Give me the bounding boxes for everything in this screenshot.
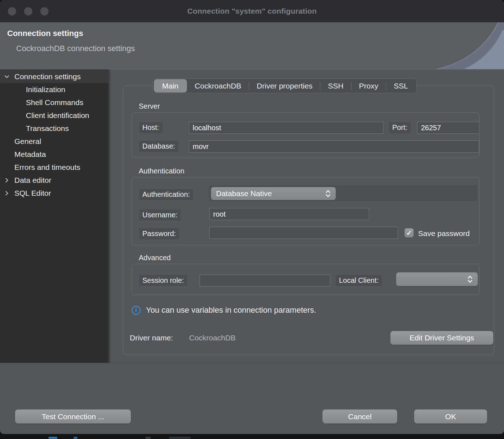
driver-row: Driver name: CockroachDB Edit Driver Set… bbox=[132, 331, 487, 345]
tree-item-label: Shell Commands bbox=[26, 98, 83, 107]
username-input[interactable] bbox=[209, 208, 369, 220]
updown-chevron-icon bbox=[467, 275, 473, 284]
tab-ssh[interactable]: SSH bbox=[320, 79, 351, 93]
tree-item-shell-commands[interactable]: Shell Commands bbox=[0, 96, 109, 109]
info-row: i You can use variables in connection pa… bbox=[132, 305, 494, 315]
window-title: Connection "system" configuration bbox=[0, 7, 504, 15]
save-password-label: Save password bbox=[418, 229, 470, 237]
tree-item-general[interactable]: General bbox=[0, 135, 109, 148]
password-label: Password: bbox=[139, 228, 179, 239]
advanced-section-title: Advanced bbox=[139, 254, 494, 262]
driver-name-label: Driver name: bbox=[130, 334, 173, 342]
server-group: Host: Port: Database: bbox=[132, 112, 480, 158]
advanced-group: Session role: Local Client: bbox=[132, 264, 480, 295]
tree-item-label: Connection settings bbox=[14, 72, 81, 81]
test-connection-button[interactable]: Test Connection ... bbox=[15, 409, 131, 424]
tree-item-label: Client identification bbox=[26, 111, 89, 120]
tab-ssl[interactable]: SSL bbox=[386, 79, 416, 93]
session-role-input[interactable] bbox=[200, 275, 330, 286]
edit-driver-settings-button[interactable]: Edit Driver Settings bbox=[390, 331, 493, 345]
chevron-right-icon[interactable] bbox=[4, 191, 9, 196]
tab-main[interactable]: Main bbox=[154, 79, 187, 92]
tree-item-label: Initialization bbox=[26, 85, 65, 94]
username-label: Username: bbox=[139, 209, 181, 221]
dialog-body: Connection settings Initialization Shell… bbox=[0, 69, 504, 363]
chevron-right-icon[interactable] bbox=[4, 178, 9, 183]
chevron-down-icon[interactable] bbox=[4, 74, 9, 79]
database-input[interactable] bbox=[189, 140, 479, 153]
host-label: Host: bbox=[139, 122, 162, 133]
background-window-fragment bbox=[74, 437, 77, 439]
tree-item-data-editor[interactable]: Data editor bbox=[0, 174, 109, 187]
background-window-fragment bbox=[169, 437, 191, 439]
local-client-label: Local Client: bbox=[336, 275, 382, 286]
main-tab-panel: Server Host: Port: Database: Authenticat… bbox=[123, 86, 494, 355]
database-label: Database: bbox=[139, 141, 178, 152]
tree-item-label: Metadata bbox=[14, 150, 46, 159]
main-area: Main CockroachDB Driver properties SSH P… bbox=[110, 69, 504, 363]
tree-item-connection-settings[interactable]: Connection settings bbox=[0, 70, 109, 83]
titlebar: Connection "system" configuration bbox=[0, 0, 504, 22]
tree-item-initialization[interactable]: Initialization bbox=[0, 83, 109, 96]
tree-item-label: Data editor bbox=[14, 176, 51, 185]
settings-tree: Connection settings Initialization Shell… bbox=[0, 69, 110, 363]
tree-item-transactions[interactable]: Transactions bbox=[0, 122, 109, 135]
info-text: You can use variables in connection para… bbox=[146, 306, 316, 315]
tree-item-label: Transactions bbox=[26, 124, 69, 133]
tree-item-label: Errors and timeouts bbox=[14, 163, 80, 172]
driver-name-value: CockroachDB bbox=[189, 334, 236, 342]
tree-item-client-identification[interactable]: Client identification bbox=[0, 109, 109, 122]
ok-button[interactable]: OK bbox=[414, 409, 487, 424]
save-password-checkbox[interactable]: ✓ bbox=[404, 228, 414, 237]
tab-proxy[interactable]: Proxy bbox=[352, 79, 386, 93]
local-client-select[interactable] bbox=[396, 272, 478, 286]
save-password-label-wrap: Save password bbox=[418, 229, 473, 238]
tabbar: Main CockroachDB Driver properties SSH P… bbox=[152, 78, 417, 93]
tree-item-label: SQL Editor bbox=[14, 189, 51, 198]
authentication-group: Authentication: Database Native Username… bbox=[132, 177, 480, 245]
host-input[interactable] bbox=[189, 122, 384, 134]
info-icon: i bbox=[132, 306, 141, 315]
desktop-strip bbox=[0, 434, 504, 439]
tab-cockroachdb[interactable]: CockroachDB bbox=[187, 79, 249, 93]
authentication-select[interactable]: Database Native bbox=[211, 187, 336, 200]
tree-item-sql-editor[interactable]: SQL Editor bbox=[0, 187, 109, 200]
authentication-selected-value: Database Native bbox=[216, 189, 322, 198]
background-window-fragment bbox=[49, 437, 57, 439]
authentication-section-title: Authentication bbox=[139, 167, 494, 175]
updown-chevron-icon bbox=[325, 189, 331, 198]
tree-item-label: General bbox=[14, 137, 41, 146]
server-section-title: Server bbox=[139, 102, 494, 110]
screen: Connection "system" configuration Connec… bbox=[0, 0, 504, 439]
port-input[interactable] bbox=[417, 122, 480, 134]
authentication-label: Authentication: bbox=[139, 189, 193, 200]
connection-config-window: Connection "system" configuration Connec… bbox=[0, 0, 504, 434]
tree-item-errors-and-timeouts[interactable]: Errors and timeouts bbox=[0, 161, 109, 174]
password-input[interactable] bbox=[209, 227, 398, 239]
session-role-label: Session role: bbox=[139, 275, 187, 286]
dialog-footer: Test Connection ... Cancel OK bbox=[0, 363, 504, 434]
background-window-fragment bbox=[146, 437, 151, 439]
header-banner: Connection settings CockroachDB connecti… bbox=[0, 22, 504, 69]
decorative-swoosh bbox=[393, 22, 504, 69]
port-label: Port: bbox=[389, 122, 411, 133]
cancel-button[interactable]: Cancel bbox=[322, 409, 397, 424]
tab-driver-properties[interactable]: Driver properties bbox=[249, 79, 320, 93]
tree-item-metadata[interactable]: Metadata bbox=[0, 148, 109, 161]
